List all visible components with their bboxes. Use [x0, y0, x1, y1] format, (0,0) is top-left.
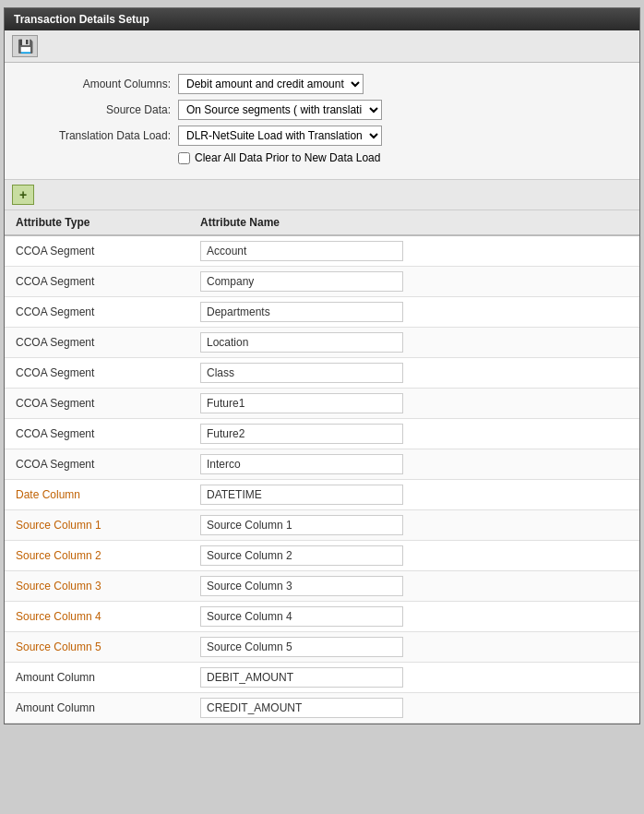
amount-columns-select[interactable]: Debit amount and credit amount [178, 74, 364, 94]
attribute-type-cell: CCOA Segment [5, 235, 189, 267]
attribute-type-cell: Amount Column [5, 663, 189, 693]
attribute-type-cell: Source Column 1 [5, 510, 189, 541]
save-button[interactable]: 💾 [12, 35, 38, 57]
attribute-name-input[interactable] [200, 576, 403, 596]
attribute-type-cell: Source Column 5 [5, 632, 189, 663]
clear-data-checkbox[interactable] [178, 152, 190, 164]
attribute-name-input[interactable] [200, 606, 403, 627]
toolbar: 💾 [5, 30, 639, 63]
table-row: Source Column 4 [5, 602, 639, 632]
attribute-type-cell: CCOA Segment [5, 297, 189, 328]
attribute-name-cell [189, 602, 639, 632]
amount-columns-control: Debit amount and credit amount [178, 74, 364, 94]
attribute-type-cell: CCOA Segment [5, 328, 189, 358]
translation-data-control: DLR-NetSuite Load with Translation [178, 126, 382, 146]
attribute-type-cell: CCOA Segment [5, 419, 189, 449]
table-row: Source Column 3 [5, 571, 639, 602]
source-data-select[interactable]: On Source segments ( with translati [178, 100, 382, 120]
attribute-name-cell [189, 297, 639, 328]
main-window: Transaction Details Setup 💾 Amount Colum… [4, 7, 640, 724]
clear-data-label: Clear All Data Prior to New Data Load [195, 151, 380, 164]
attribute-name-input[interactable] [200, 332, 403, 353]
table-row: CCOA Segment [5, 235, 639, 267]
add-row-button[interactable]: + [12, 185, 34, 205]
attribute-name-cell [189, 480, 639, 510]
attributes-table: Attribute Type Attribute Name CCOA Segme… [5, 210, 639, 724]
clear-checkbox-row: Clear All Data Prior to New Data Load [178, 151, 621, 164]
attribute-name-input[interactable] [200, 667, 403, 688]
attribute-name-cell [189, 663, 639, 693]
attribute-name-cell [189, 389, 639, 419]
attribute-name-input[interactable] [200, 424, 403, 444]
attribute-name-cell [189, 693, 639, 724]
attribute-name-input[interactable] [200, 363, 403, 383]
attribute-name-input[interactable] [200, 698, 403, 718]
source-data-label: Source Data: [23, 103, 171, 116]
attribute-type-cell: CCOA Segment [5, 389, 189, 419]
amount-columns-label: Amount Columns: [23, 78, 171, 90]
attribute-name-cell [189, 328, 639, 358]
attribute-name-input[interactable] [200, 241, 403, 261]
amount-columns-row: Amount Columns: Debit amount and credit … [23, 74, 621, 94]
col-attribute-name: Attribute Name [189, 210, 639, 235]
attribute-name-cell [189, 632, 639, 663]
table-row: Amount Column [5, 663, 639, 693]
attribute-type-cell: CCOA Segment [5, 358, 189, 389]
attribute-type-cell: Source Column 4 [5, 602, 189, 632]
title-bar: Transaction Details Setup [5, 8, 639, 30]
attribute-name-input[interactable] [200, 485, 403, 505]
source-data-row: Source Data: On Source segments ( with t… [23, 100, 621, 120]
attribute-type-cell: CCOA Segment [5, 449, 189, 480]
attribute-name-cell [189, 358, 639, 389]
attribute-name-cell [189, 510, 639, 541]
attribute-type-cell: Amount Column [5, 693, 189, 724]
translation-data-label: Translation Data Load: [23, 129, 171, 142]
form-area: Amount Columns: Debit amount and credit … [5, 63, 639, 180]
table-row: CCOA Segment [5, 389, 639, 419]
attribute-name-input[interactable] [200, 271, 403, 292]
attribute-type-cell: Source Column 3 [5, 571, 189, 602]
table-row: CCOA Segment [5, 449, 639, 480]
translation-data-row: Translation Data Load: DLR-NetSuite Load… [23, 126, 621, 146]
add-bar: + [5, 180, 639, 210]
table-header-row: Attribute Type Attribute Name [5, 210, 639, 235]
window-title: Transaction Details Setup [14, 13, 149, 26]
attribute-name-cell [189, 449, 639, 480]
attribute-name-input[interactable] [200, 545, 403, 566]
table-row: CCOA Segment [5, 419, 639, 449]
table-row: Source Column 2 [5, 541, 639, 571]
attribute-name-input[interactable] [200, 393, 403, 413]
table-row: CCOA Segment [5, 358, 639, 389]
attribute-name-cell [189, 419, 639, 449]
col-attribute-type: Attribute Type [5, 210, 189, 235]
attribute-name-input[interactable] [200, 454, 403, 474]
table-row: CCOA Segment [5, 328, 639, 358]
attribute-name-cell [189, 235, 639, 267]
table-row: Source Column 5 [5, 632, 639, 663]
table-row: CCOA Segment [5, 267, 639, 297]
attribute-type-cell: Date Column [5, 480, 189, 510]
source-data-control: On Source segments ( with translati [178, 100, 382, 120]
table-row: Amount Column [5, 693, 639, 724]
table-row: Date Column [5, 480, 639, 510]
table-row: CCOA Segment [5, 297, 639, 328]
table-area: Attribute Type Attribute Name CCOA Segme… [5, 210, 639, 724]
attribute-name-input[interactable] [200, 515, 403, 535]
attribute-name-input[interactable] [200, 302, 403, 322]
table-row: Source Column 1 [5, 510, 639, 541]
translation-data-select[interactable]: DLR-NetSuite Load with Translation [178, 126, 382, 146]
attribute-name-input[interactable] [200, 637, 403, 657]
attribute-name-cell [189, 267, 639, 297]
attribute-type-cell: Source Column 2 [5, 541, 189, 571]
save-icon: 💾 [18, 39, 33, 54]
attribute-name-cell [189, 571, 639, 602]
attribute-name-cell [189, 541, 639, 571]
attribute-type-cell: CCOA Segment [5, 267, 189, 297]
